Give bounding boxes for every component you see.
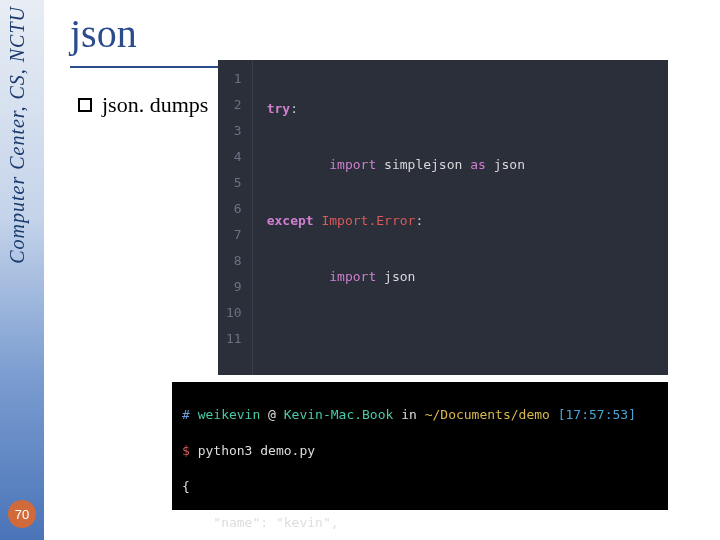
sidebar-label: Computer Center, CS, NCTU (6, 6, 29, 264)
line-number: 10 (226, 300, 242, 326)
code-editor: 1 2 3 4 5 6 7 8 9 10 11 try: import simp… (218, 60, 668, 375)
terminal-line: # weikevin @ Kevin-Mac.Book in ~/Documen… (182, 406, 658, 424)
line-number: 3 (226, 118, 242, 144)
line-number: 11 (226, 326, 242, 352)
line-number: 5 (226, 170, 242, 196)
code-line: import json (267, 264, 525, 290)
line-number: 9 (226, 274, 242, 300)
bullet-item: json. dumps (78, 92, 208, 118)
terminal-line: { (182, 478, 658, 496)
line-number: 7 (226, 222, 242, 248)
code-line: import simplejson as json (267, 152, 525, 178)
page-title: json (70, 10, 137, 57)
page-number-badge: 70 (8, 500, 36, 528)
bullet-box-icon (78, 98, 92, 112)
code-line: try: (267, 96, 525, 122)
code-line: except Import.Error: (267, 208, 525, 234)
line-number: 6 (226, 196, 242, 222)
code-line (267, 320, 525, 346)
code-body: try: import simplejson as json except Im… (253, 60, 525, 375)
terminal-output: # weikevin @ Kevin-Mac.Book in ~/Documen… (172, 382, 668, 510)
line-number: 8 (226, 248, 242, 274)
line-number: 1 (226, 66, 242, 92)
line-number: 4 (226, 144, 242, 170)
terminal-line: $ python3 demo.py (182, 442, 658, 460)
bullet-text: json. dumps (102, 92, 208, 118)
terminal-line: "name": "kevin", (182, 514, 658, 532)
line-number: 2 (226, 92, 242, 118)
code-gutter: 1 2 3 4 5 6 7 8 9 10 11 (218, 60, 253, 375)
slide-sidebar: Computer Center, CS, NCTU (0, 0, 44, 540)
